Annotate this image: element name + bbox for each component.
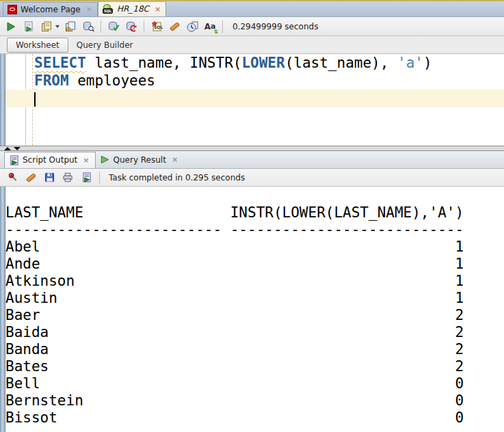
collapse-down-icon[interactable] <box>14 147 21 150</box>
chevron-down-icon[interactable] <box>55 25 59 28</box>
worksheet-tab-bar: Worksheet Query Builder <box>0 36 504 54</box>
tab-script-output[interactable]: Script Output × <box>4 152 96 168</box>
close-icon[interactable]: × <box>83 156 89 165</box>
code-lines[interactable]: SELECT last_name, INSTR(LOWER(last_name)… <box>0 54 504 107</box>
oracle-icon <box>8 5 17 14</box>
pushpin-icon <box>8 172 18 183</box>
toolbar-separator <box>144 21 144 33</box>
rollback-button[interactable] <box>124 20 138 33</box>
toolbar-separator <box>99 172 100 184</box>
close-icon[interactable]: × <box>155 5 161 14</box>
save-icon <box>44 172 55 183</box>
clear-output-button[interactable] <box>24 171 38 185</box>
code-line[interactable] <box>0 90 504 107</box>
worksheet-toolbar: SQL Aa⇅ 0.29499999 seconds <box>0 17 504 36</box>
explain-plan-button[interactable] <box>40 20 53 33</box>
script-output-panel[interactable]: LAST_NAME INSTR(LOWER(LAST_NAME),'A') --… <box>0 187 504 432</box>
output-tab-bar: Script Output × Query Result × <box>0 151 504 169</box>
eraser-icon <box>169 22 180 31</box>
elapsed-time-label: 0.29499999 seconds <box>233 22 318 31</box>
explain-plan-icon <box>41 21 52 32</box>
tab-hr-18c[interactable]: SQL HR_18C × <box>98 1 166 16</box>
code-line[interactable]: FROM employees <box>0 72 504 90</box>
script-output-text[interactable]: LAST_NAME INSTR(LOWER(LAST_NAME),'A') --… <box>0 187 504 427</box>
collapse-up-icon[interactable] <box>4 147 11 150</box>
editor-left-strip <box>0 54 5 146</box>
run-script-output-button[interactable] <box>79 171 93 185</box>
run-script-icon <box>81 172 92 183</box>
query-result-icon <box>100 154 110 165</box>
task-status-label: Task completed in 0.295 seconds <box>109 173 245 183</box>
tab-worksheet[interactable]: Worksheet <box>7 38 68 53</box>
toolbar-separator <box>101 21 101 33</box>
output-left-strip <box>0 187 5 432</box>
tab-welcome-page[interactable]: Welcome Page × <box>3 2 98 16</box>
pin-button[interactable] <box>5 171 19 185</box>
close-icon[interactable]: × <box>172 155 178 164</box>
commit-button[interactable] <box>107 20 120 33</box>
run-statement-button[interactable] <box>4 20 18 33</box>
panel-splitter[interactable] <box>0 146 504 151</box>
close-icon[interactable]: × <box>86 5 92 14</box>
code-line[interactable]: SELECT last_name, INSTR(LOWER(last_name)… <box>0 54 504 72</box>
sql-editor[interactable]: SELECT last_name, INSTR(LOWER(last_name)… <box>0 54 504 146</box>
database-search-icon <box>83 21 94 32</box>
tab-label: HR_18C <box>117 4 149 14</box>
script-output-toolbar: Task completed in 0.295 seconds <box>0 169 504 187</box>
run-script-icon <box>23 21 34 32</box>
play-icon <box>5 21 16 32</box>
sql-worksheet-new-icon: SQL <box>151 21 163 32</box>
tab-label: Script Output <box>23 155 77 165</box>
autotrace-button[interactable] <box>64 20 77 33</box>
print-button[interactable] <box>61 171 75 185</box>
sql-history-button[interactable] <box>185 20 199 33</box>
sql-tuning-button[interactable] <box>81 20 95 33</box>
document-tab-bar: Welcome Page × SQL HR_18C × <box>0 1 504 17</box>
change-case-button[interactable]: Aa⇅ <box>203 20 217 33</box>
tab-label: Query Result <box>114 155 166 165</box>
text-cursor <box>34 92 36 107</box>
run-script-button[interactable] <box>22 20 36 33</box>
tab-query-builder[interactable]: Query Builder <box>68 38 142 52</box>
tab-label: Welcome Page <box>21 5 81 14</box>
autotrace-icon <box>65 21 76 32</box>
tab-query-result[interactable]: Query Result × <box>96 152 184 168</box>
script-output-icon <box>9 155 19 165</box>
clock-icon <box>187 21 198 32</box>
printer-icon <box>62 172 73 183</box>
save-button[interactable] <box>42 171 56 185</box>
sql-worksheet-icon: SQL <box>103 4 114 14</box>
toolbar-separator <box>222 21 223 33</box>
eraser-icon <box>25 173 36 183</box>
database-commit-icon <box>108 21 120 32</box>
unshared-worksheet-button[interactable]: SQL <box>150 20 163 33</box>
clear-button[interactable] <box>168 20 181 33</box>
database-rollback-icon <box>126 21 137 32</box>
